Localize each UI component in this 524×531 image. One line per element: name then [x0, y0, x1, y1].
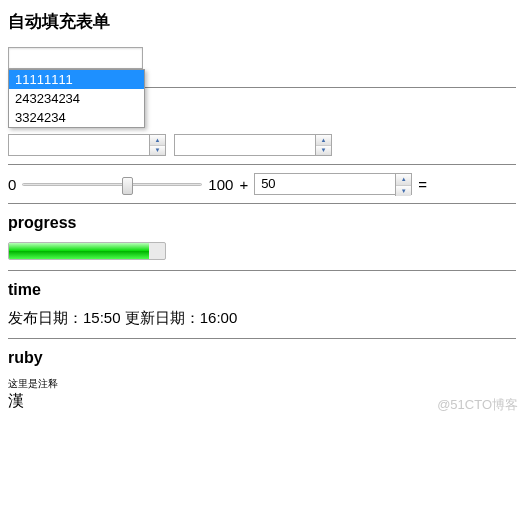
- range-slider[interactable]: [22, 174, 202, 194]
- spinner-value: [9, 135, 149, 155]
- section-heading-time: time: [8, 281, 516, 299]
- slider-row: 0 100 + 50 ▲ ▼ =: [8, 173, 516, 195]
- divider: [8, 338, 516, 339]
- spinners-row: ▲ ▼ ▲ ▼: [8, 134, 516, 156]
- dropdown-option[interactable]: 3324234: [9, 108, 144, 127]
- watermark: @51CTO博客: [437, 396, 518, 414]
- progress-bar: [8, 242, 166, 260]
- section-heading-progress: progress: [8, 214, 516, 232]
- section-heading-autofill: 自动填充表单: [8, 10, 516, 33]
- equals-label: =: [418, 176, 427, 193]
- slider-rail: [22, 183, 202, 186]
- autofill-dropdown: 11111111 243234234 3324234: [8, 69, 145, 128]
- divider: [8, 164, 516, 165]
- slider-thumb[interactable]: [122, 177, 133, 195]
- autofill-field: 11111111 243234234 3324234: [8, 47, 516, 69]
- divider: [8, 270, 516, 271]
- time-text: 发布日期：15:50 更新日期：16:00: [8, 309, 516, 328]
- dropdown-option[interactable]: 11111111: [9, 70, 144, 89]
- slider-min-label: 0: [8, 176, 16, 193]
- spinner-down-icon[interactable]: ▼: [150, 145, 165, 156]
- dropdown-option[interactable]: 243234234: [9, 89, 144, 108]
- spinner-value: [175, 135, 315, 155]
- progress-bar-fill: [9, 243, 149, 259]
- number-input[interactable]: 50 ▲ ▼: [254, 173, 412, 195]
- number-spinner-2[interactable]: ▲ ▼: [174, 134, 332, 156]
- divider: [8, 203, 516, 204]
- spinner-up-icon[interactable]: ▲: [396, 174, 411, 185]
- slider-max-label: 100: [208, 176, 233, 193]
- plus-label: +: [239, 176, 248, 193]
- spinner-down-icon[interactable]: ▼: [396, 185, 411, 197]
- autofill-input[interactable]: [8, 47, 143, 69]
- number-input-value: 50: [255, 174, 395, 194]
- number-spinner-1[interactable]: ▲ ▼: [8, 134, 166, 156]
- spinner-up-icon[interactable]: ▲: [316, 135, 331, 145]
- spinner-down-icon[interactable]: ▼: [316, 145, 331, 156]
- section-heading-ruby: ruby: [8, 349, 516, 367]
- ruby-annotation: 这里是注释: [8, 377, 516, 391]
- spinner-up-icon[interactable]: ▲: [150, 135, 165, 145]
